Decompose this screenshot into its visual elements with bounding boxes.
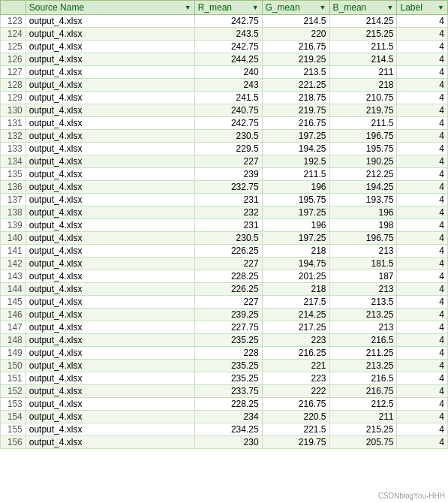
row-number: 152 <box>1 385 26 398</box>
table-row: 128output_4.xlsx243221.252184 <box>1 79 448 92</box>
cell-gmean: 219.75 <box>262 104 329 117</box>
row-number: 129 <box>1 92 26 104</box>
table-row: 143output_4.xlsx228.25201.251874 <box>1 270 448 283</box>
cell-label: 4 <box>397 66 448 79</box>
row-number: 147 <box>1 321 26 334</box>
cell-gmean: 201.25 <box>262 270 329 283</box>
col-header-source[interactable]: Source Name ▼ <box>26 1 194 15</box>
col-header-gmean[interactable]: G_mean ▼ <box>262 1 329 15</box>
filter-icon-rmean[interactable]: ▼ <box>252 4 259 11</box>
col-label-label: Label <box>400 2 422 13</box>
cell-bmean: 193.75 <box>329 194 397 206</box>
table-row: 155output_4.xlsx234.25221.5215.254 <box>1 423 448 436</box>
table-row: 149output_4.xlsx228216.25211.254 <box>1 347 448 360</box>
row-number: 130 <box>1 104 26 117</box>
row-number: 149 <box>1 347 26 360</box>
table-row: 125output_4.xlsx242.75216.75211.54 <box>1 41 448 53</box>
cell-gmean: 197.25 <box>262 206 329 219</box>
row-number: 139 <box>1 219 26 232</box>
cell-source: output_4.xlsx <box>26 270 194 283</box>
cell-label: 4 <box>397 41 448 53</box>
cell-label: 4 <box>397 181 448 194</box>
col-header-bmean[interactable]: B_mean ▼ <box>329 1 397 15</box>
cell-source: output_4.xlsx <box>26 194 194 206</box>
cell-label: 4 <box>397 219 448 232</box>
table-row: 139output_4.xlsx2311961984 <box>1 219 448 232</box>
row-number: 128 <box>1 79 26 92</box>
cell-label: 4 <box>397 372 448 385</box>
cell-rmean: 231 <box>194 219 262 232</box>
cell-rmean: 227 <box>194 155 262 168</box>
row-number: 148 <box>1 334 26 347</box>
filter-icon-bmean[interactable]: ▼ <box>387 4 394 11</box>
cell-bmean: 214.5 <box>329 53 397 66</box>
cell-label: 4 <box>397 385 448 398</box>
col-header-rownum <box>1 1 26 15</box>
row-number: 137 <box>1 194 26 206</box>
cell-label: 4 <box>397 92 448 104</box>
cell-rmean: 226.25 <box>194 245 262 258</box>
table-row: 138output_4.xlsx232197.251964 <box>1 206 448 219</box>
cell-source: output_4.xlsx <box>26 104 194 117</box>
table-row: 131output_4.xlsx242.75216.75211.54 <box>1 117 448 130</box>
cell-label: 4 <box>397 321 448 334</box>
cell-bmean: 214.25 <box>329 15 397 28</box>
cell-rmean: 243 <box>194 79 262 92</box>
table-row: 148output_4.xlsx235.25223216.54 <box>1 334 448 347</box>
cell-gmean: 220.5 <box>262 411 329 423</box>
col-header-label[interactable]: Label ▼ <box>397 1 448 15</box>
row-number: 155 <box>1 423 26 436</box>
cell-rmean: 226.25 <box>194 283 262 296</box>
cell-gmean: 195.75 <box>262 194 329 206</box>
cell-bmean: 213 <box>329 283 397 296</box>
cell-rmean: 230.5 <box>194 130 262 143</box>
cell-gmean: 219.75 <box>262 436 329 449</box>
table-row: 136output_4.xlsx232.75196194.254 <box>1 181 448 194</box>
cell-label: 4 <box>397 143 448 155</box>
cell-gmean: 223 <box>262 372 329 385</box>
cell-bmean: 213 <box>329 245 397 258</box>
cell-rmean: 227.75 <box>194 321 262 334</box>
table-row: 152output_4.xlsx233.75222216.754 <box>1 385 448 398</box>
cell-source: output_4.xlsx <box>26 92 194 104</box>
cell-bmean: 219.75 <box>329 104 397 117</box>
cell-label: 4 <box>397 53 448 66</box>
cell-rmean: 233.75 <box>194 385 262 398</box>
cell-bmean: 198 <box>329 219 397 232</box>
cell-bmean: 213 <box>329 321 397 334</box>
filter-icon-gmean[interactable]: ▼ <box>320 4 326 11</box>
cell-source: output_4.xlsx <box>26 347 194 360</box>
cell-gmean: 218 <box>262 245 329 258</box>
cell-source: output_4.xlsx <box>26 296 194 309</box>
table-row: 145output_4.xlsx227217.5213.54 <box>1 296 448 309</box>
row-number: 127 <box>1 66 26 79</box>
cell-bmean: 216.5 <box>329 372 397 385</box>
cell-label: 4 <box>397 79 448 92</box>
cell-bmean: 187 <box>329 270 397 283</box>
cell-source: output_4.xlsx <box>26 360 194 372</box>
filter-icon-source[interactable]: ▼ <box>185 4 191 11</box>
row-number: 123 <box>1 15 26 28</box>
row-number: 124 <box>1 28 26 41</box>
cell-rmean: 227 <box>194 296 262 309</box>
cell-rmean: 240.75 <box>194 104 262 117</box>
row-number: 126 <box>1 53 26 66</box>
cell-gmean: 216.75 <box>262 117 329 130</box>
cell-bmean: 195.75 <box>329 143 397 155</box>
cell-source: output_4.xlsx <box>26 232 194 245</box>
cell-bmean: 196.75 <box>329 130 397 143</box>
cell-source: output_4.xlsx <box>26 117 194 130</box>
table-row: 142output_4.xlsx227194.75181.54 <box>1 258 448 270</box>
row-number: 154 <box>1 411 26 423</box>
filter-icon-label[interactable]: ▼ <box>437 4 444 11</box>
cell-gmean: 216.75 <box>262 398 329 411</box>
cell-source: output_4.xlsx <box>26 258 194 270</box>
row-number: 144 <box>1 283 26 296</box>
cell-source: output_4.xlsx <box>26 155 194 168</box>
col-label-source: Source Name <box>29 2 84 13</box>
data-table: Source Name ▼ R_mean ▼ G_mean ▼ <box>0 0 448 449</box>
col-label-gmean: G_mean <box>266 2 300 13</box>
col-header-rmean[interactable]: R_mean ▼ <box>194 1 262 15</box>
cell-gmean: 221.25 <box>262 79 329 92</box>
cell-rmean: 230 <box>194 436 262 449</box>
